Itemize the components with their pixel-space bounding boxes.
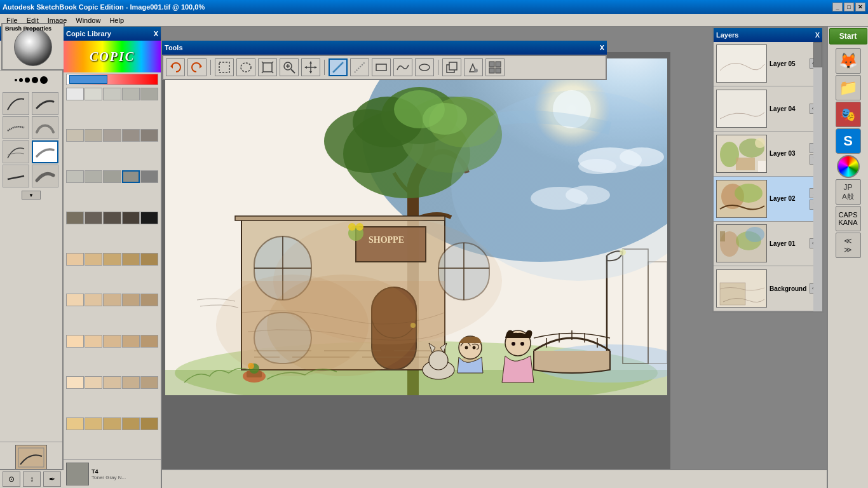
swatch-22[interactable] [103,253,121,266]
brush-preset-3[interactable] [3,116,29,139]
current-color-box[interactable] [66,463,89,485]
brush-preset-6[interactable] [32,140,58,163]
swatch-16[interactable] [85,212,102,224]
swatch-10[interactable] [66,170,84,183]
swatch-35[interactable] [66,376,84,389]
swatch-38[interactable] [122,376,140,389]
bottom-tool-1[interactable]: ⊙ [3,471,20,487]
zoom-button[interactable] [280,58,299,76]
canvas-area[interactable]: SHOPPE [162,52,670,488]
swatch-3[interactable] [122,88,140,100]
swatch-11[interactable] [85,170,102,183]
rect-tool-button[interactable] [372,58,391,76]
swatch-31[interactable] [85,335,102,348]
drawing-canvas[interactable]: SHOPPE [165,58,667,395]
bottom-tool-3[interactable]: ✒ [43,471,61,487]
brush-size-tiny[interactable] [6,72,57,88]
swatch-37[interactable] [103,376,121,389]
color-picker-slider[interactable] [69,75,107,84]
layer-item-bg[interactable]: Background 👁 [714,266,822,311]
swatch-36[interactable] [85,376,102,389]
layer-item-04[interactable]: Layer 04 👁 [714,86,822,132]
swatch-29[interactable] [140,294,158,306]
swatch-19[interactable] [140,212,158,224]
swatch-20[interactable] [66,253,84,266]
maximize-button[interactable]: □ [844,3,854,11]
grid-button[interactable] [485,58,505,76]
swatch-12[interactable] [103,170,121,183]
crop-button[interactable] [258,58,277,76]
taskbar-firefox[interactable]: 🦊 [836,48,861,74]
brush-preset-7[interactable] [3,165,29,187]
copic-close[interactable]: X [154,30,158,37]
start-button[interactable]: Start [829,28,867,44]
bottom-tool-2[interactable]: ↕ [23,471,41,487]
swatch-9[interactable] [140,129,158,142]
swatch-27[interactable] [103,294,121,306]
swatch-44[interactable] [140,417,158,430]
swatch-40[interactable] [66,417,84,430]
stroke2-button[interactable] [350,58,369,76]
swatch-6[interactable] [85,129,102,142]
brush-properties-circle[interactable] [14,28,52,66]
swatch-33[interactable] [122,335,140,348]
fill-button[interactable] [464,58,483,76]
swatch-32[interactable] [103,335,121,348]
pan-button[interactable] [301,58,320,76]
brush-preset-5[interactable] [3,140,29,163]
brush-scroll-down[interactable]: ▼ [22,191,41,200]
swatch-25[interactable] [66,294,84,306]
swatch-26[interactable] [85,294,102,306]
swatch-39[interactable] [140,376,158,389]
ellipse-button[interactable] [415,58,434,76]
swatch-5[interactable] [66,129,84,142]
swatch-8[interactable] [122,129,140,142]
brush-preset-2[interactable] [32,92,58,115]
swatch-34[interactable] [140,335,158,348]
menu-window[interactable]: Window [72,15,104,25]
minimize-button[interactable]: _ [832,3,843,11]
select-rect-button[interactable] [215,58,234,76]
layers-scrollbar[interactable] [813,42,822,311]
swatch-21[interactable] [85,253,102,266]
taskbar-skype[interactable]: S [836,128,861,154]
swatch-17[interactable] [103,212,121,224]
close-button[interactable]: ✕ [855,3,865,11]
swatch-7[interactable] [103,129,121,142]
undo-button[interactable] [166,58,185,76]
stroke1-button[interactable] [329,58,348,76]
taskbar-kana[interactable]: CAPSKANA [836,206,861,231]
swatch-4[interactable] [140,88,158,100]
brush-preset-1[interactable] [3,92,29,115]
tools-panel-close[interactable]: X [600,44,604,51]
layers-close[interactable]: X [815,31,820,39]
brush-preset-8[interactable] [32,165,58,187]
swatch-0[interactable] [66,88,84,100]
swatch-15[interactable] [66,212,84,224]
copy-button[interactable] [442,58,461,76]
swatch-2[interactable] [103,88,121,100]
swatch-28[interactable] [122,294,140,306]
taskbar-media[interactable]: 🎭 [836,102,861,127]
taskbar-arrows[interactable]: ≪≫ [836,233,861,258]
layer-item-05[interactable]: Layer 05 👁 [714,42,822,87]
swatch-18[interactable] [122,212,140,224]
wave-button[interactable] [393,58,412,76]
layer-item-01[interactable]: Layer 01 👁 [714,222,822,267]
select-lasso-button[interactable] [236,58,255,76]
taskbar-lang[interactable]: JP A般 [836,179,861,205]
swatch-42[interactable] [103,417,121,430]
swatch-43[interactable] [122,417,140,430]
color-picker-bar[interactable] [66,74,158,85]
menu-help[interactable]: Help [105,15,128,25]
swatch-30[interactable] [66,335,84,348]
layer-item-02[interactable]: Layer 02 ▲ ▼ [714,177,822,222]
swatch-1[interactable] [85,88,102,100]
layer-item-03[interactable]: Layer 03 ▲ ▼ [714,132,822,177]
swatch-14[interactable] [140,170,158,183]
swatch-23[interactable] [122,253,140,266]
swatch-13[interactable] [122,170,140,183]
brush-preset-4[interactable] [32,116,58,139]
scrollbar-thumb[interactable] [813,42,822,67]
taskbar-folder[interactable]: 📁 [836,75,861,100]
